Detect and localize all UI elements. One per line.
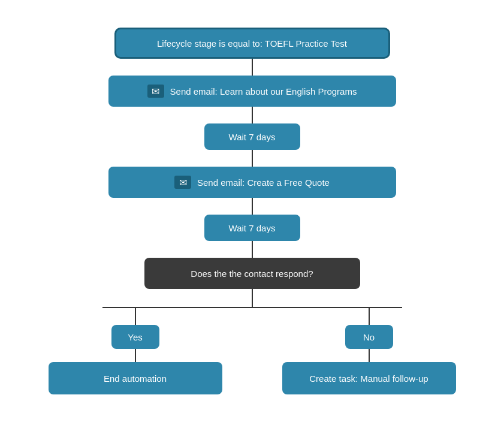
- connector-5: [252, 241, 253, 258]
- yes-node[interactable]: Yes: [111, 325, 159, 349]
- left-connector-bottom: [135, 349, 136, 362]
- decision-label: Does the the contact respond?: [191, 269, 313, 279]
- horizontal-bar: [102, 307, 402, 308]
- right-branch: No Create task: Manual follow-up: [279, 308, 459, 394]
- email2-label: Send email: Create a Free Quote: [197, 177, 330, 188]
- yes-label: Yes: [128, 332, 142, 342]
- email1-icon: [147, 85, 164, 98]
- wait2-label: Wait 7 days: [229, 223, 276, 233]
- wait2-node[interactable]: Wait 7 days: [204, 215, 300, 241]
- wait1-label: Wait 7 days: [229, 132, 276, 142]
- no-label: No: [363, 332, 375, 342]
- email2-node[interactable]: Send email: Create a Free Quote: [108, 167, 396, 198]
- wait1-node[interactable]: Wait 7 days: [204, 123, 300, 150]
- create-task-label: Create task: Manual follow-up: [309, 373, 428, 384]
- branch-section: Yes End automation No: [43, 289, 462, 394]
- trigger-node[interactable]: Lifecycle stage is equal to: TOEFL Pract…: [114, 28, 390, 59]
- no-node[interactable]: No: [345, 325, 393, 349]
- bottom-branches: Yes End automation No: [43, 308, 462, 394]
- trigger-label: Lifecycle stage is equal to: TOEFL Pract…: [157, 38, 347, 49]
- connector-2: [252, 107, 253, 123]
- flowchart: Lifecycle stage is equal to: TOEFL Pract…: [0, 16, 504, 406]
- right-vertical: [369, 308, 370, 325]
- left-vertical: [135, 308, 136, 325]
- left-branch: Yes End automation: [46, 308, 225, 394]
- decision-node[interactable]: Does the the contact respond?: [144, 258, 360, 289]
- connector-3: [252, 150, 253, 167]
- right-connector-bottom: [369, 349, 370, 362]
- branch-lines: [73, 289, 432, 308]
- email1-label: Send email: Learn about our English Prog…: [170, 86, 357, 97]
- connector-4: [252, 198, 253, 215]
- email2-icon: [174, 176, 191, 189]
- create-task-node[interactable]: Create task: Manual follow-up: [282, 362, 456, 394]
- connector-1: [252, 59, 253, 76]
- top-vertical: [252, 289, 253, 308]
- end-automation-node[interactable]: End automation: [49, 362, 222, 394]
- end-automation-label: End automation: [104, 373, 167, 384]
- email1-node[interactable]: Send email: Learn about our English Prog…: [108, 76, 396, 107]
